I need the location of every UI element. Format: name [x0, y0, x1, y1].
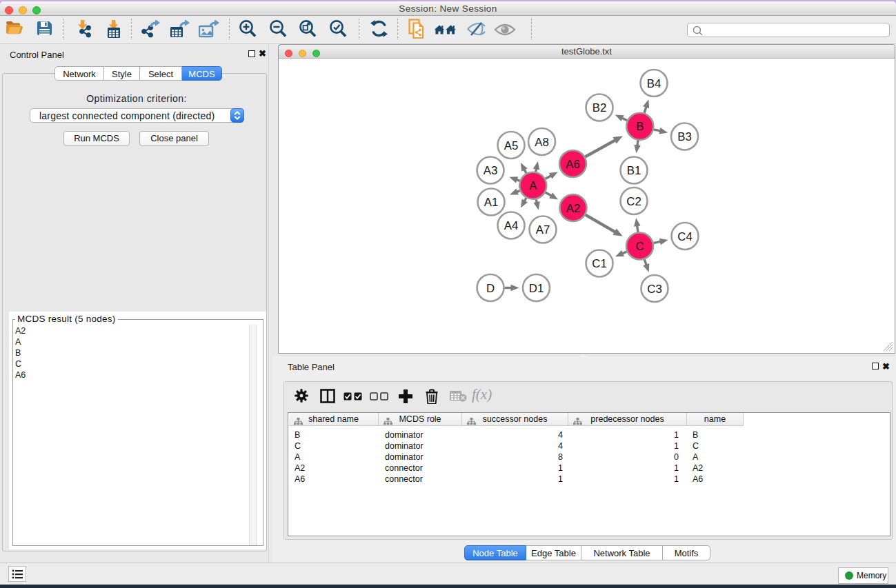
svg-text:B1: B1	[627, 164, 641, 177]
svg-text:C: C	[635, 240, 644, 253]
svg-text:C3: C3	[647, 283, 661, 296]
svg-text:A2: A2	[566, 202, 581, 215]
svg-text:A5: A5	[504, 139, 519, 152]
svg-text:A3: A3	[484, 164, 498, 177]
svg-text:B4: B4	[647, 77, 661, 90]
svg-text:A: A	[529, 179, 537, 192]
svg-text:A1: A1	[484, 196, 499, 209]
svg-text:B2: B2	[593, 101, 607, 114]
svg-text:C4: C4	[677, 230, 692, 243]
svg-text:A4: A4	[504, 219, 519, 232]
svg-text:D: D	[486, 282, 495, 295]
svg-text:A8: A8	[535, 136, 549, 149]
svg-text:B: B	[636, 120, 644, 133]
svg-text:A6: A6	[566, 158, 580, 171]
svg-text:D1: D1	[529, 282, 544, 295]
svg-text:B3: B3	[677, 130, 692, 143]
svg-text:A7: A7	[536, 223, 550, 236]
svg-text:C1: C1	[592, 257, 606, 270]
svg-text:C2: C2	[626, 195, 641, 208]
